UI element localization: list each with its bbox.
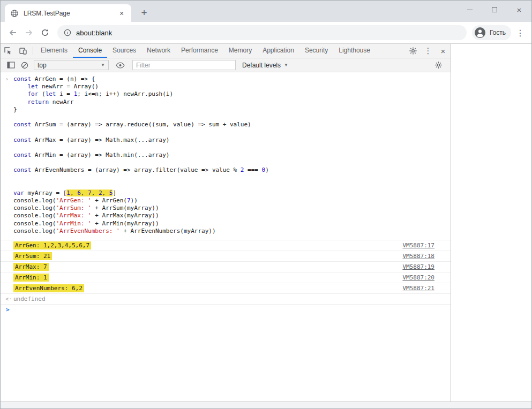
minimize-button[interactable] xyxy=(458,1,482,19)
devtools-tabbar-right: ⋮ × xyxy=(406,44,451,58)
titlebar: LRSM.TestPage × + × xyxy=(1,1,531,22)
console-messages-area[interactable]: › const ArrGen = (n) => { let newArr = A… xyxy=(1,72,451,402)
inspect-element-button[interactable] xyxy=(1,44,16,58)
back-button[interactable] xyxy=(5,25,21,41)
code-line: const ArrEvenNumbers = (array) => array.… xyxy=(13,166,451,174)
device-toolbar-icon xyxy=(19,47,27,55)
log-levels-dropdown[interactable]: Default levels ▼ xyxy=(242,62,288,69)
reload-button[interactable] xyxy=(37,25,53,41)
code-line xyxy=(13,144,451,152)
gear-icon xyxy=(434,61,443,69)
close-icon: × xyxy=(517,5,522,14)
code-line: const ArrMin = (array) => Math.min(...ar… xyxy=(13,152,451,159)
devtools-tabbar: ElementsConsoleSourcesNetworkPerformance… xyxy=(1,44,451,58)
javascript-context-selector[interactable]: top ▼ xyxy=(34,60,109,70)
device-toolbar-button[interactable] xyxy=(16,44,31,58)
console-log-source-link[interactable]: VM5887:21 xyxy=(402,285,434,292)
console-log-text: ArrGen: 1,2,3,4,5,6,7 xyxy=(13,241,91,249)
address-toolbar: about:blank Гость ⋮ xyxy=(1,22,531,44)
result-arrow-icon: <· xyxy=(5,296,13,302)
devtools-tabbar-tabs: ElementsConsoleSourcesNetworkPerformance… xyxy=(35,44,376,58)
devtools-tab-security[interactable]: Security xyxy=(299,44,333,58)
code-line xyxy=(13,174,451,181)
console-input-echo-code: const ArrGen = (n) => { let newArr = Arr… xyxy=(13,75,451,235)
tab-close-icon[interactable]: × xyxy=(117,9,126,18)
close-button[interactable]: × xyxy=(507,1,531,19)
favicon-globe-icon xyxy=(10,9,19,18)
console-log-text: ArrSum: 21 xyxy=(13,252,52,260)
devtools-close-button[interactable]: × xyxy=(436,44,451,58)
chevron-down-icon: ▼ xyxy=(101,63,105,67)
devtools-tab-console[interactable]: Console xyxy=(73,44,107,58)
console-input-echo: › const ArrGen = (n) => { let newArr = A… xyxy=(1,72,451,240)
live-expression-button[interactable] xyxy=(113,59,127,71)
minimize-icon xyxy=(467,10,473,10)
devtools-tab-performance[interactable]: Performance xyxy=(176,44,223,58)
chevron-down-icon: ▼ xyxy=(284,63,288,67)
console-log-source-link[interactable]: VM5887:18 xyxy=(402,253,434,260)
profile-chip[interactable]: Гость xyxy=(472,25,511,40)
code-line xyxy=(13,113,451,121)
console-logs: ArrGen: 1,2,3,4,5,6,7VM5887:17ArrSum: 21… xyxy=(1,240,451,294)
code-line: const ArrGen = (n) => { xyxy=(13,75,451,83)
forward-button[interactable] xyxy=(21,25,37,41)
console-log-text: ArrEvenNumbers: 6,2 xyxy=(13,284,84,292)
address-bar[interactable]: about:blank xyxy=(57,25,467,40)
console-log-source-link[interactable]: VM5887:19 xyxy=(402,263,434,270)
context-label: top xyxy=(38,62,47,69)
page-viewport[interactable] xyxy=(451,44,531,402)
code-line: console.log('ArrMin: ' + ArrMin(myArray)… xyxy=(13,220,451,228)
devtools-settings-button[interactable] xyxy=(406,44,421,58)
console-log-source-link[interactable]: VM5887:20 xyxy=(402,274,434,281)
clear-console-button[interactable] xyxy=(18,59,32,71)
console-log-text: ArrMax: 7 xyxy=(13,263,49,271)
code-line: const ArrMax = (array) => Math.max(...ar… xyxy=(13,137,451,144)
maximize-button[interactable] xyxy=(482,1,507,19)
console-settings-button[interactable] xyxy=(431,59,445,71)
devtools-tab-sources[interactable]: Sources xyxy=(107,44,141,58)
console-log-row: ArrGen: 1,2,3,4,5,6,7VM5887:17 xyxy=(1,240,451,251)
code-line: console.log('ArrGen: ' + ArrGen(7)) xyxy=(13,197,451,205)
browser-menu-button[interactable]: ⋮ xyxy=(513,28,527,38)
console-prompt-row[interactable]: > xyxy=(1,305,451,315)
result-value: undefined xyxy=(13,296,46,302)
window-controls: × xyxy=(458,1,531,19)
code-line: for (let i = 1; i<=n; i++) newArr.push(i… xyxy=(13,90,451,98)
code-line: console.log('ArrMax: ' + ArrMax(myArray)… xyxy=(13,212,451,219)
devtools-tab-lighthouse[interactable]: Lighthouse xyxy=(333,44,376,58)
browser-window: LRSM.TestPage × + × xyxy=(0,0,532,409)
log-levels-label: Default levels xyxy=(242,62,281,69)
code-line: } xyxy=(13,106,451,113)
code-line: console.log('ArrEvenNumbers: ' + ArrEven… xyxy=(13,228,451,235)
console-log-source-link[interactable]: VM5887:17 xyxy=(402,242,434,249)
devtools-menu-button[interactable]: ⋮ xyxy=(421,44,436,58)
devtools-tab-memory[interactable]: Memory xyxy=(223,44,257,58)
maximize-icon xyxy=(492,7,497,12)
console-log-row: ArrEvenNumbers: 6,2VM5887:21 xyxy=(1,283,451,294)
devtools-tab-elements[interactable]: Elements xyxy=(35,44,73,58)
content-area: ElementsConsoleSourcesNetworkPerformance… xyxy=(1,44,531,402)
back-arrow-icon xyxy=(8,28,18,37)
reload-icon xyxy=(41,28,49,37)
browser-tab[interactable]: LRSM.TestPage × xyxy=(5,4,131,22)
window-bottom-edge xyxy=(1,402,531,408)
console-toolbar: top ▼ Default levels ▼ xyxy=(1,58,451,72)
devtools-tab-application[interactable]: Application xyxy=(257,44,299,58)
input-echo-chevron-icon: › xyxy=(5,76,9,82)
page-info-icon[interactable] xyxy=(64,29,71,36)
console-filter-input[interactable] xyxy=(132,60,236,70)
console-log-row: ArrSum: 21VM5887:18 xyxy=(1,251,451,262)
code-line: console.log('ArrSum: ' + ArrSum(myArray)… xyxy=(13,205,451,212)
toolbar-separator xyxy=(33,47,33,55)
new-tab-button[interactable]: + xyxy=(138,6,151,19)
code-line: const ArrSum = (array) => array.reduce((… xyxy=(13,121,451,128)
inspect-cursor-icon xyxy=(4,47,12,55)
profile-label: Гость xyxy=(490,29,506,36)
clear-console-icon xyxy=(21,62,28,69)
url-text[interactable]: about:blank xyxy=(76,29,112,37)
prompt-chevron-icon: > xyxy=(6,306,10,313)
console-sidebar-toggle-button[interactable] xyxy=(4,59,18,71)
code-line: let newArr = Array() xyxy=(13,83,451,90)
devtools-tab-network[interactable]: Network xyxy=(141,44,176,58)
console-log-row: ArrMax: 7VM5887:19 xyxy=(1,262,451,272)
